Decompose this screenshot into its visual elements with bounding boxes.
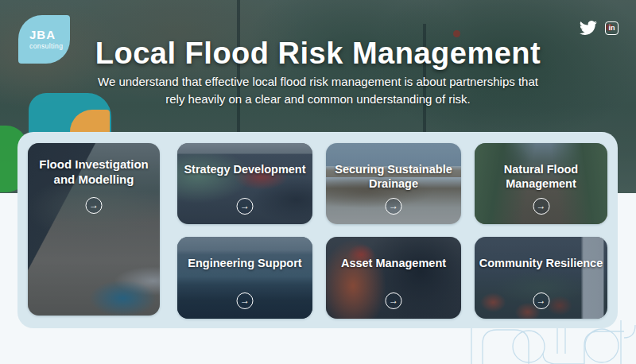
card-title: Asset Management — [330, 256, 457, 270]
arrow-circle-icon[interactable]: → — [533, 292, 549, 309]
card-strategy-development[interactable]: Strategy Development → — [177, 143, 312, 224]
page-title: Local Flood Risk Management — [0, 37, 636, 71]
arrow-circle-icon[interactable]: → — [386, 292, 402, 309]
twitter-icon[interactable] — [578, 19, 599, 37]
card-title: Securing Sustainable Drainage — [330, 162, 457, 191]
arrow-circle-icon[interactable]: → — [237, 292, 254, 309]
card-title: Natural Flood Management — [479, 162, 603, 191]
card-engineering-support[interactable]: Engineering Support → — [177, 237, 312, 319]
arrow-circle-icon[interactable]: → — [86, 197, 103, 214]
card-natural-flood-management[interactable]: Natural Flood Management → — [475, 143, 607, 224]
page-subtitle: We understand that effective local flood… — [95, 73, 541, 108]
card-securing-sustainable-drainage[interactable]: Securing Sustainable Drainage → — [326, 143, 461, 224]
linkedin-icon[interactable]: in — [605, 21, 619, 35]
arrow-circle-icon[interactable]: → — [237, 198, 254, 215]
card-title: Strategy Development — [181, 162, 308, 176]
card-title: Flood Investigation and Modelling — [32, 157, 156, 188]
arrow-circle-icon[interactable]: → — [386, 198, 402, 215]
card-asset-management[interactable]: Asset Management → — [326, 237, 461, 319]
arrow-circle-icon[interactable]: → — [533, 198, 549, 215]
jba-logo[interactable]: JBA consulting — [18, 15, 70, 64]
card-title: Engineering Support — [181, 256, 308, 270]
brand-tagline: consulting — [29, 42, 70, 50]
brand-name: JBA — [29, 29, 70, 42]
card-flood-investigation-and-modelling[interactable]: Flood Investigation and Modelling → — [28, 143, 160, 316]
card-title: Community Resilience — [479, 256, 603, 270]
card-community-resilience[interactable]: Community Resilience → — [475, 237, 607, 319]
social-links: in — [578, 19, 619, 37]
